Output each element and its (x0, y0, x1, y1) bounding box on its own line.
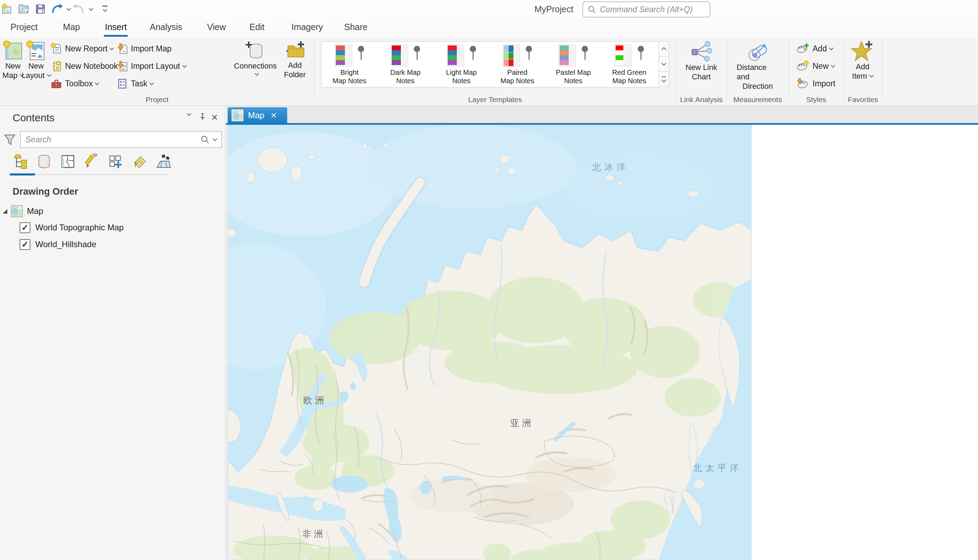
undo-button[interactable] (50, 3, 63, 15)
new-report-button[interactable]: New Report (51, 42, 113, 55)
new-layout-button[interactable]: New Layout (25, 40, 47, 80)
list-by-drawing-order-button[interactable] (8, 152, 32, 171)
pane-pin-button[interactable] (198, 112, 207, 122)
tab-imagery[interactable]: Imagery (291, 22, 323, 32)
import-map-icon (117, 43, 128, 54)
import-map-button[interactable]: Import Map (117, 42, 171, 55)
style-import-button[interactable]: Import (796, 77, 835, 90)
chevron-down-icon (869, 73, 874, 78)
collapse-expander-icon[interactable] (3, 209, 7, 213)
layer-visibility-checkbox[interactable]: ✓ (20, 239, 30, 250)
pin-icon (414, 46, 420, 52)
tab-edit[interactable]: Edit (249, 22, 264, 32)
redo-button[interactable] (73, 3, 85, 15)
gallery-expand-button[interactable] (659, 72, 669, 87)
map-label-europe: 欧洲 (303, 394, 326, 407)
contents-pane-title: Contents (13, 112, 55, 124)
tab-insert[interactable]: Insert (105, 22, 127, 32)
style-new-button[interactable]: New (796, 60, 834, 72)
tab-map[interactable]: Map (63, 22, 80, 32)
contents-toolbar (8, 152, 175, 171)
chevron-down-icon (182, 63, 187, 68)
template-dark-map-notes[interactable]: Dark MapNotes (377, 42, 433, 87)
new-link-chart-button[interactable]: New Link Chart (684, 41, 719, 82)
new-report-label: New Report (65, 44, 107, 53)
funnel-icon (3, 132, 17, 147)
list-by-perspective-button[interactable] (151, 152, 175, 171)
project-title: MyProject (534, 4, 573, 14)
template-pastel-map-notes[interactable]: Pastel MapNotes (545, 42, 601, 87)
tab-share[interactable]: Share (344, 22, 368, 32)
map-label-africa: 非洲 (302, 528, 325, 540)
distance-and-direction-button[interactable]: Distance and Direction (737, 41, 779, 91)
layer-visibility-checkbox[interactable]: ✓ (20, 222, 30, 233)
open-project-button[interactable] (17, 3, 30, 15)
new-notebook-button[interactable]: New Notebook (51, 60, 124, 72)
filter-button[interactable] (3, 132, 17, 148)
link-analysis-group-label: Link Analysis (676, 95, 726, 104)
layer-row-world-hillshade[interactable]: ✓ World_Hillshade (20, 238, 96, 251)
pin-icon (582, 46, 588, 52)
list-by-labeling-button[interactable] (127, 152, 151, 171)
command-search-input[interactable]: Command Search (Alt+Q) (582, 2, 710, 17)
map-canvas[interactable]: 北冰洋 欧洲 亚洲 北太平洋 非洲 (228, 125, 751, 560)
favorites-group-label: Favorites (844, 95, 882, 104)
close-icon: × (211, 111, 218, 124)
add-item-button[interactable]: Add Item (849, 40, 876, 81)
template-bright-map-notes[interactable]: BrightMap Notes (322, 42, 377, 87)
group-separator (844, 40, 844, 100)
layer-label: World Topographic Map (35, 223, 124, 232)
world-topographic-map (228, 125, 751, 560)
list-by-editing-button[interactable] (80, 152, 103, 171)
gallery-scroll-up-button[interactable] (659, 41, 669, 57)
connections-icon (245, 41, 265, 61)
view-area: Map × (226, 106, 978, 560)
map-view-tab[interactable]: Map × (228, 107, 287, 123)
list-by-data-source-button[interactable] (32, 152, 56, 171)
template-light-map-notes[interactable]: Light MapNotes (433, 42, 489, 87)
title-bar: MyProject Command Search (Alt+Q) (0, 0, 978, 18)
distance-direction-label-line1: Distance and (737, 63, 779, 82)
drawing-order-icon (12, 153, 28, 170)
contents-search-input[interactable]: Search (20, 131, 222, 148)
add-folder-button[interactable]: Add Folder (280, 41, 310, 79)
tree-node-map[interactable]: Map (3, 205, 43, 218)
palette-import-icon (796, 78, 809, 89)
connections-button[interactable]: Connections (238, 41, 273, 75)
style-new-label: New (813, 62, 829, 71)
pin-icon (526, 46, 532, 52)
chevron-down-icon (255, 71, 259, 76)
undo-dropdown[interactable] (63, 3, 71, 15)
layer-row-world-topographic-map[interactable]: ✓ World Topographic Map (20, 221, 124, 234)
layer-templates-group-label: Layer Templates (314, 95, 676, 104)
gallery-scroll-down-button[interactable] (659, 57, 669, 72)
pin-icon (198, 112, 207, 122)
tab-analysis[interactable]: Analysis (150, 22, 182, 32)
redo-dropdown[interactable] (86, 3, 93, 15)
tab-project[interactable]: Project (10, 22, 38, 32)
pane-menu-button[interactable] (185, 113, 190, 115)
close-icon[interactable]: × (271, 110, 277, 120)
new-project-button[interactable] (1, 3, 13, 15)
template-red-green-map-notes[interactable]: Red GreenMap Notes (601, 42, 657, 87)
pane-close-button[interactable]: × (211, 111, 218, 124)
task-button[interactable]: Task (117, 77, 153, 90)
customize-quick-access-button[interactable] (100, 3, 110, 15)
group-separator (676, 40, 676, 100)
import-layout-button[interactable]: Import Layout (117, 60, 186, 72)
toolbox-button[interactable]: Toolbox (51, 77, 98, 90)
save-project-button[interactable] (34, 3, 47, 15)
list-by-snapping-button[interactable] (103, 152, 127, 171)
style-add-label: Add (813, 44, 827, 53)
chevron-down-icon (831, 63, 835, 68)
tab-view[interactable]: View (207, 22, 226, 32)
new-map-button[interactable]: New Map (2, 40, 24, 80)
color-stack-icon (448, 45, 457, 67)
styles-group-label: Styles (789, 95, 844, 104)
style-add-button[interactable]: Add (796, 42, 833, 55)
new-layout-icon (26, 40, 46, 61)
pin-icon (470, 46, 476, 52)
new-notebook-icon (51, 60, 62, 72)
template-paired-map-notes[interactable]: PairedMap Notes (489, 42, 545, 87)
list-by-selection-button[interactable] (56, 152, 80, 171)
